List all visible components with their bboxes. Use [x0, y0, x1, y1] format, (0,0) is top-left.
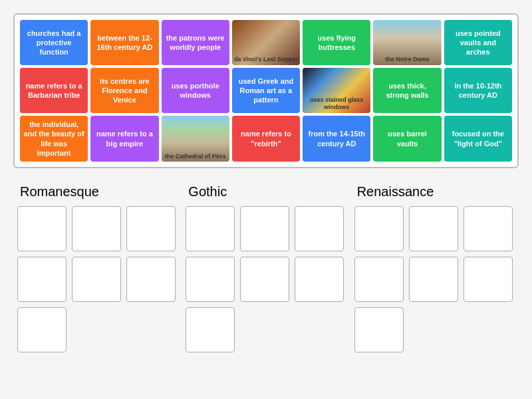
drop-zones-renaissance	[350, 206, 519, 352]
card-18[interactable]: from the 14-15th century AD	[303, 116, 370, 162]
drop-zone[interactable]	[295, 257, 344, 302]
card-8[interactable]: its centres are Florence and Venice	[90, 68, 158, 113]
card-0[interactable]: churches had a protective function	[20, 20, 88, 65]
drop-row-0	[17, 206, 178, 251]
card-5[interactable]: the Notre Dame	[373, 20, 441, 65]
drop-column-renaissance: Renaissance	[350, 184, 519, 352]
card-1[interactable]: between the 12-16th century AD	[90, 20, 158, 65]
drop-row-2	[186, 307, 346, 352]
drop-zone[interactable]	[295, 206, 344, 251]
drop-row-1	[186, 257, 346, 302]
drop-zone[interactable]	[464, 206, 513, 251]
drop-zone[interactable]	[17, 307, 66, 352]
drop-zone[interactable]	[186, 206, 235, 251]
column-title-romanesque: Romanesque	[13, 184, 182, 200]
column-title-renaissance: Renaissance	[350, 184, 519, 200]
drop-zone[interactable]	[354, 206, 404, 251]
card-16[interactable]: the Cathedral of Pécs	[162, 116, 229, 162]
drop-zone[interactable]	[126, 206, 176, 251]
drop-zones-romanesque	[13, 206, 182, 352]
card-20[interactable]: focused on the "light of God"	[444, 116, 512, 162]
drop-zone[interactable]	[72, 206, 121, 251]
card-11[interactable]: uses stained glass windows	[303, 68, 370, 113]
card-19[interactable]: uses barrel vaults	[373, 116, 441, 162]
drop-row-0	[186, 206, 346, 251]
card-10[interactable]: used Greek and Roman art as a pattern	[232, 68, 300, 113]
drop-zone[interactable]	[17, 206, 66, 251]
top-area: churches had a protective functionbetwee…	[13, 13, 519, 168]
card-4[interactable]: uses flying buttresses	[303, 20, 370, 65]
card-14[interactable]: the individual, and the beauty of life w…	[20, 116, 88, 162]
drop-row-1	[17, 257, 178, 302]
card-6[interactable]: uses pointed vaults and arches	[444, 20, 512, 65]
drop-zone[interactable]	[240, 206, 289, 251]
card-9[interactable]: uses porthole windows	[162, 68, 229, 113]
drop-row-0	[354, 206, 515, 251]
card-12[interactable]: uses thick, strong walls	[373, 68, 441, 113]
drop-zone[interactable]	[126, 257, 176, 302]
drop-zone[interactable]	[354, 257, 404, 302]
drop-zones-gothic	[182, 206, 350, 352]
drop-column-gothic: Gothic	[182, 184, 350, 352]
card-17[interactable]: name refers to "rebirth"	[232, 116, 300, 162]
drop-zone[interactable]	[464, 257, 513, 302]
drop-zone[interactable]	[409, 257, 458, 302]
drop-row-2	[354, 307, 515, 352]
drop-row-1	[354, 257, 515, 302]
drop-column-romanesque: Romanesque	[13, 184, 182, 352]
drop-zone[interactable]	[354, 307, 404, 352]
drop-zone[interactable]	[409, 206, 458, 251]
card-7[interactable]: name refers to a Barbarian tribe	[20, 68, 88, 113]
card-3[interactable]: da Vinci's Last Supper	[232, 20, 300, 65]
drop-section: RomanesqueGothicRenaissance	[13, 184, 519, 352]
drop-zone[interactable]	[186, 307, 235, 352]
drop-zone[interactable]	[17, 257, 66, 302]
drop-zone[interactable]	[186, 257, 235, 302]
drop-zone[interactable]	[240, 257, 289, 302]
card-2[interactable]: the patrons were worldly people	[162, 20, 229, 65]
drop-row-2	[17, 307, 178, 352]
card-15[interactable]: name refers to a big empire	[90, 116, 158, 162]
card-13[interactable]: in the 10-12th century AD	[444, 68, 512, 113]
drop-zone[interactable]	[72, 257, 121, 302]
column-title-gothic: Gothic	[182, 184, 350, 200]
card-grid: churches had a protective functionbetwee…	[20, 20, 512, 162]
